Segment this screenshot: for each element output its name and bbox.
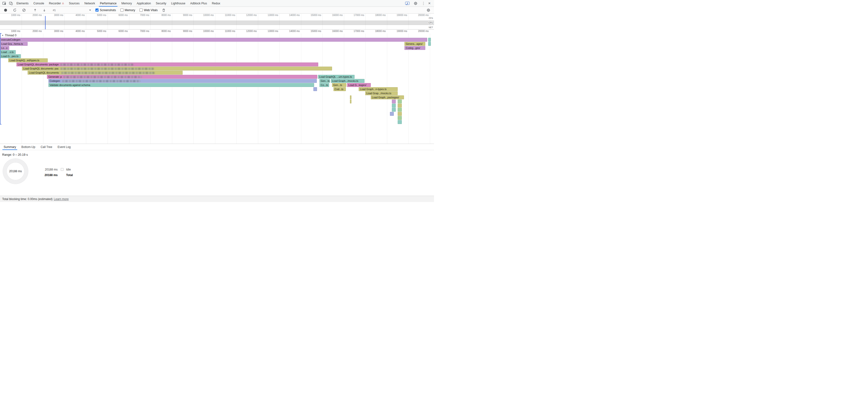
flame-bar[interactable]: Codeg...ges/ <box>404 46 425 50</box>
flame-bar[interactable]: Load Graph...n-types.ts <box>359 87 398 91</box>
tab-label: Recorder <box>49 2 61 5</box>
flame-bar[interactable]: Generate: p <box>47 75 317 79</box>
inspect-icon[interactable] <box>1 0 8 6</box>
tab-recorder[interactable]: Recorder⚠ <box>46 0 66 6</box>
flame-bar[interactable] <box>392 108 396 112</box>
tab-network[interactable]: Network <box>82 0 97 6</box>
learn-more-link[interactable]: Learn more <box>54 197 68 201</box>
flame-bar[interactable]: Gen...ts <box>319 79 330 83</box>
net-lane-label: NET <box>428 26 433 29</box>
flame-bar[interactable]: Load ...s.ts <box>0 50 16 54</box>
device-toolbar-icon[interactable] <box>8 0 14 6</box>
flame-bar[interactable]: Load G...kages/ <box>347 83 371 87</box>
redacted-text-blur <box>62 80 140 82</box>
close-icon[interactable]: × <box>428 1 431 5</box>
flame-bar[interactable] <box>392 99 396 103</box>
load-profile-icon[interactable] <box>32 7 38 13</box>
flame-bar[interactable] <box>398 120 402 124</box>
tab-sources[interactable]: Sources <box>66 0 82 6</box>
capture-settings-gear-icon[interactable] <box>425 7 432 13</box>
tab-performance[interactable]: Performance <box>97 0 119 6</box>
timeline-overview[interactable]: FPS CPU NET 1000 ms2000 ms3000 ms4000 ms… <box>0 13 434 30</box>
drawer-tab-call-tree[interactable]: Call Tree <box>38 144 55 150</box>
save-profile-icon[interactable] <box>41 7 48 13</box>
flame-bar[interactable] <box>390 112 394 116</box>
flame-bar[interactable]: Codegen: <box>49 79 317 83</box>
overview-gridline <box>107 13 108 29</box>
overview-tick-label: 19000 ms <box>397 14 408 17</box>
record-icon[interactable] <box>2 7 9 13</box>
profile-select[interactable]: #1 <box>53 9 91 12</box>
flame-bar[interactable]: Load GraphQ...ed/types.ts <box>8 58 48 62</box>
tab-lighthouse[interactable]: Lighthouse <box>169 0 188 6</box>
flame-bar[interactable]: Gen...ts <box>332 83 346 87</box>
flame-bar[interactable]: Load Grap.../mocks.ts <box>365 91 398 95</box>
checkbox-memory[interactable]: Memory <box>120 8 135 12</box>
reload-icon[interactable] <box>11 7 18 13</box>
issues-bubble-icon[interactable]: 3 <box>405 2 409 5</box>
flame-bar[interactable]: Genera...ages/ <box>404 42 425 46</box>
flame-chart[interactable]: 1000 ms2000 ms3000 ms4000 ms5000 ms6000 … <box>0 30 434 144</box>
flame-bar[interactable]: Load Gra...hema.ts <box>0 42 28 46</box>
flame-bar[interactable]: Cod...ts <box>334 87 346 91</box>
overview-tick-label: 16000 ms <box>332 14 344 17</box>
tab-label: Security <box>156 2 166 5</box>
drawer-tab-event-log[interactable]: Event Log <box>55 144 73 150</box>
flame-bar[interactable] <box>313 87 317 91</box>
settings-gear-icon[interactable] <box>412 0 419 6</box>
flame-bar[interactable]: executeCodegen <box>0 38 427 42</box>
checkbox-box[interactable] <box>140 8 143 12</box>
delete-recording-icon[interactable] <box>161 7 167 13</box>
tab-memory[interactable]: Memory <box>119 0 134 6</box>
flame-bar[interactable] <box>428 38 431 42</box>
checkbox-label: Web Vitals <box>144 8 158 12</box>
flame-tick-label: 11000 ms <box>225 30 237 32</box>
checkbox-box[interactable] <box>120 8 124 12</box>
flame-tick-label: 4000 ms <box>75 30 86 32</box>
drawer-tab-summary[interactable]: Summary <box>1 144 19 150</box>
tab-label: Adblock Plus <box>190 2 207 5</box>
tab-label: Redux <box>212 2 220 5</box>
tab-redux[interactable]: Redux <box>210 0 223 6</box>
flame-bar[interactable] <box>428 42 431 46</box>
overview-tick-label: 5000 ms <box>97 14 107 17</box>
redacted-text-blur <box>60 64 133 66</box>
flame-bar[interactable]: Load G...pes.ts <box>0 54 21 58</box>
flame-bar[interactable]: Load GraphQL documents: <box>28 71 183 74</box>
clear-icon[interactable] <box>21 7 27 13</box>
flame-bar[interactable] <box>398 112 402 116</box>
checkbox-screenshots[interactable]: Screenshots <box>95 8 116 12</box>
flame-tick-label: 2000 ms <box>32 30 43 32</box>
tab-adblock-plus[interactable]: Adblock Plus <box>188 0 209 6</box>
tab-security[interactable]: Security <box>153 0 168 6</box>
flame-bar[interactable]: Load Graph.../mocks.ts <box>331 79 365 83</box>
disclosure-triangle-icon[interactable]: ▼ <box>2 34 4 37</box>
drawer-tab-bottom-up[interactable]: Bottom-Up <box>19 144 38 150</box>
flame-bar[interactable] <box>398 104 402 107</box>
tab-console[interactable]: Console <box>31 0 46 6</box>
tab-application[interactable]: Application <box>134 0 153 6</box>
tab-elements[interactable]: Elements <box>14 0 31 6</box>
flame-bar[interactable]: Validate documents against schema <box>49 83 314 87</box>
thread-header[interactable]: ▼ Thread 0 <box>2 34 17 37</box>
drawer-tab-label: Event Log <box>58 145 71 149</box>
flame-tick-label: 17000 ms <box>353 30 366 32</box>
flame-bar[interactable] <box>398 116 402 120</box>
flame-bar[interactable] <box>350 99 351 103</box>
more-menu-icon[interactable]: ⋮ <box>422 1 425 5</box>
flame-bar[interactable]: Load Graph...packages/ <box>371 95 404 99</box>
devtools-tabbar: ElementsConsoleRecorder⚠SourcesNetworkPe… <box>0 0 434 7</box>
flame-bar[interactable]: Load GraphQL documents: package <box>17 62 318 66</box>
flame-bar[interactable] <box>350 95 351 99</box>
checkbox-box[interactable] <box>95 8 99 12</box>
flame-bar[interactable] <box>392 104 396 107</box>
flame-bar-label: Load G...pes.ts <box>1 55 19 58</box>
checkbox-web-vitals[interactable]: Web Vitals <box>140 8 158 12</box>
flame-tick-label: 14000 ms <box>289 30 301 32</box>
flame-bar[interactable]: Co...ts <box>319 83 329 87</box>
drawer-tabs: SummaryBottom-UpCall TreeEvent Log <box>0 144 434 150</box>
flame-bar[interactable] <box>398 99 402 103</box>
flame-bar[interactable]: Load GraphQL ...urn-types.ts <box>318 75 355 79</box>
flame-bar[interactable] <box>398 108 402 112</box>
flame-bar[interactable]: Load GraphQL documents: pac <box>22 67 332 70</box>
